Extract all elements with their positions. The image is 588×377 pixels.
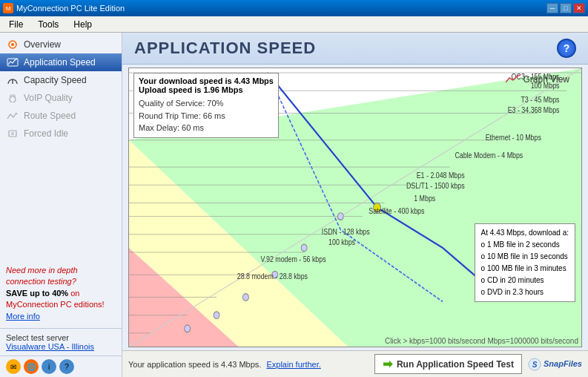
sidebar: Overview Application Speed Capacity Spee… — [0, 33, 122, 377]
upload-speed-text: Upload speed is 1.96 Mbps — [139, 85, 274, 94]
sidebar-item-forced-idle: Forced Idle — [0, 125, 122, 142]
titlebar-title: MyConnection PC Lite Edition — [16, 4, 125, 13]
download-info-item-3: o CD in 20 minutes — [481, 275, 569, 286]
run-arrow-icon: ➡ — [383, 357, 392, 371]
svg-point-28 — [337, 213, 343, 220]
menu-tools[interactable]: Tools — [32, 18, 65, 31]
snapfiles-logo: S SnapFiles — [528, 358, 582, 371]
overview-label: Overview — [24, 39, 61, 50]
svg-text:S: S — [532, 361, 538, 369]
capacity-speed-label: Capacity Speed — [24, 75, 87, 85]
speed-details: Quality of Service: 70% Round Trip Time:… — [139, 97, 274, 134]
titlebar: M MyConnection PC Lite Edition ─ □ ✕ — [0, 0, 588, 16]
content-header: APPLICATION SPEED ? — [122, 33, 588, 65]
route-speed-label: Route Speed — [24, 111, 76, 121]
sidebar-item-route-speed: Route Speed — [0, 107, 122, 125]
svg-text:E1 - 2.048 Mbps: E1 - 2.048 Mbps — [417, 171, 465, 180]
svg-point-33 — [185, 325, 191, 332]
voip-label: VoIP Quality — [24, 93, 73, 103]
sidebar-item-voip-quality: VoIP Quality — [0, 89, 122, 107]
explain-further-link[interactable]: Explain further. — [266, 360, 320, 369]
server-label: Select test server — [6, 333, 116, 342]
graph-caption: Click > kbps=1000 bits/second Mbps=10000… — [385, 337, 578, 345]
delay-text: Max Delay: 60 ms — [139, 122, 274, 134]
page-title: APPLICATION SPEED — [134, 39, 316, 58]
sidebar-server: Select test server Visualware USA - Illi… — [0, 328, 122, 355]
globe-icon[interactable]: 🌐 — [24, 359, 39, 374]
minimize-button[interactable]: ─ — [546, 3, 558, 13]
download-info-item-1: o 10 MB file in 19 seconds — [481, 251, 569, 263]
footer-right: ➡ Run Application Speed Test S SnapFiles — [374, 354, 582, 374]
svg-text:T3 - 45 Mbps: T3 - 45 Mbps — [521, 95, 559, 104]
close-button[interactable]: ✕ — [573, 3, 585, 13]
sidebar-promo: Need more in depth connection testing? S… — [0, 259, 122, 328]
titlebar-controls: ─ □ ✕ — [546, 3, 585, 13]
idle-icon — [6, 128, 19, 139]
svg-text:Satellite - 400 kbps: Satellite - 400 kbps — [369, 206, 424, 215]
download-info-box: At 4.43 Mbps, download a: o 1 MB file in… — [475, 223, 575, 302]
forced-idle-label: Forced Idle — [24, 128, 68, 139]
run-button-label: Run Application Speed Test — [397, 359, 514, 370]
app-speed-icon — [6, 57, 19, 68]
help-button[interactable]: ? — [557, 39, 576, 58]
email-icon[interactable]: ✉ — [6, 359, 21, 374]
svg-text:ISDN - 128 kbps: ISDN - 128 kbps — [322, 227, 370, 236]
app-icon: M — [3, 3, 13, 13]
graph-area: OC3 - 155 Mbps 100 Mbps T3 - 45 Mbps E3 … — [128, 68, 582, 347]
svg-text:28.8 modem - 28.8 kbps: 28.8 modem - 28.8 kbps — [237, 272, 308, 281]
route-icon — [6, 111, 19, 121]
voip-icon — [6, 93, 19, 103]
svg-point-31 — [242, 294, 248, 301]
download-speed-text: Your download speed is 4.43 Mbps — [139, 76, 274, 85]
sidebar-item-overview[interactable]: Overview — [0, 36, 122, 53]
svg-point-29 — [301, 244, 307, 252]
footer-status-text: Your application speed is 4.43 Mbps. — [128, 360, 261, 369]
graph-view-icon — [506, 75, 521, 84]
sidebar-item-application-speed[interactable]: Application Speed — [0, 53, 122, 71]
help-bottom-icon[interactable]: ? — [59, 359, 74, 374]
speed-info-box: Your download speed is 4.43 Mbps Upload … — [133, 73, 279, 138]
menu-help[interactable]: Help — [67, 18, 98, 31]
info-icon[interactable]: i — [42, 359, 56, 374]
promo-link[interactable]: More info — [6, 312, 40, 321]
download-info-item-2: o 100 MB file in 3 minutes — [481, 263, 569, 275]
sidebar-bottom: ✉ 🌐 i ? — [0, 355, 122, 377]
download-info-item-0: o 1 MB file in 2 seconds — [481, 239, 569, 251]
svg-text:DSL/T1 - 1500 kbps: DSL/T1 - 1500 kbps — [406, 181, 465, 190]
svg-point-1 — [11, 43, 14, 46]
main-layout: Overview Application Speed Capacity Spee… — [0, 33, 588, 377]
run-test-button[interactable]: ➡ Run Application Speed Test — [374, 354, 522, 374]
svg-text:Ethernet - 10 Mbps: Ethernet - 10 Mbps — [486, 133, 541, 142]
svg-rect-6 — [9, 131, 16, 137]
sidebar-nav: Overview Application Speed Capacity Spee… — [0, 33, 122, 259]
svg-point-4 — [10, 96, 16, 102]
svg-text:E3 - 34.368 Mbps: E3 - 34.368 Mbps — [508, 106, 560, 115]
menu-file[interactable]: File — [3, 18, 29, 31]
svg-text:1 Mbps: 1 Mbps — [414, 194, 435, 203]
svg-text:V.92 modem - 56 kbps: V.92 modem - 56 kbps — [261, 255, 326, 263]
restore-button[interactable]: □ — [560, 3, 572, 13]
svg-text:Cable Modem - 4 Mbps: Cable Modem - 4 Mbps — [455, 151, 523, 160]
qos-text: Quality of Service: 70% — [139, 97, 274, 110]
overview-icon — [6, 39, 19, 50]
graph-view-text: Graph View — [523, 74, 569, 85]
promo-bold: SAVE up to 40% — [6, 289, 68, 298]
content-area: APPLICATION SPEED ? — [122, 33, 588, 377]
rtt-text: Round Trip Time: 66 ms — [139, 110, 274, 122]
app-speed-label: Application Speed — [24, 57, 96, 68]
footer-status: Your application speed is 4.43 Mbps. Exp… — [128, 360, 321, 369]
titlebar-left: M MyConnection PC Lite Edition — [3, 3, 125, 13]
download-info-item-4: o DVD in 2.3 hours — [481, 286, 569, 298]
capacity-speed-icon — [6, 75, 19, 85]
snapfiles-icon: S — [528, 358, 541, 371]
svg-point-32 — [214, 312, 219, 319]
graph-view-label: Graph View — [506, 74, 569, 85]
svg-text:100 kbps: 100 kbps — [328, 237, 355, 246]
promo-line1: Need more in depth connection testing? — [6, 266, 78, 286]
sidebar-item-capacity-speed[interactable]: Capacity Speed — [0, 71, 122, 89]
menubar: File Tools Help — [0, 16, 588, 33]
server-value[interactable]: Visualware USA - Illinois — [6, 342, 94, 351]
download-info-title: At 4.43 Mbps, download a: — [481, 227, 569, 239]
footer: Your application speed is 4.43 Mbps. Exp… — [122, 350, 588, 377]
